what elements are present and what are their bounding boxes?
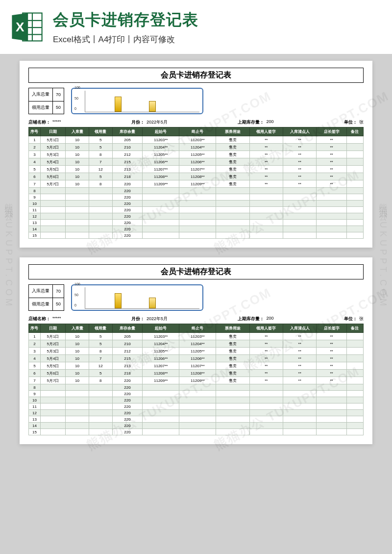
- cell: **: [249, 151, 283, 158]
- cell: [283, 188, 317, 194]
- cell: [346, 226, 363, 232]
- chart-ytick: 50: [74, 293, 78, 296]
- cell: [317, 391, 346, 397]
- cell: 10: [66, 355, 89, 362]
- cell: 220: [112, 397, 142, 403]
- cell: 5: [89, 333, 112, 340]
- cell: [346, 429, 363, 435]
- cell: 11204**: [179, 340, 216, 348]
- cell: [216, 188, 249, 194]
- cell: [89, 220, 112, 226]
- cell: [89, 410, 112, 416]
- cell: [89, 226, 112, 232]
- cell: 1: [29, 333, 41, 340]
- cell: 220: [112, 194, 142, 201]
- cell: [216, 391, 249, 397]
- summary-chart: 050100: [71, 88, 203, 114]
- cell: [346, 158, 363, 166]
- cell: [89, 391, 112, 397]
- chart-ytick: 50: [74, 96, 78, 100]
- sheet-title: 会员卡进销存登记表: [28, 68, 364, 83]
- cell: [346, 377, 363, 384]
- col-header: 备注: [346, 127, 363, 136]
- cell: [179, 188, 216, 194]
- cell: **: [317, 158, 346, 166]
- chart-ytick: 0: [74, 107, 76, 110]
- cell: 210: [112, 340, 142, 348]
- cell: [143, 194, 179, 201]
- prev-value: 200: [266, 316, 273, 322]
- cell: [143, 403, 179, 410]
- cell: 11203**: [143, 333, 179, 340]
- cell: [40, 423, 65, 429]
- sheet-preview-1: 会员卡进销存登记表入库总量70领用总量50050100店铺名称：*****月份：…: [20, 61, 372, 248]
- cell: 12: [29, 213, 41, 220]
- cell: 11206**: [179, 355, 216, 362]
- cell: [346, 201, 363, 207]
- cell: [346, 194, 363, 201]
- cell: [216, 207, 249, 213]
- cell: **: [249, 158, 283, 166]
- cell: [179, 429, 216, 435]
- cell: 5月5日: [40, 362, 65, 370]
- cell: [143, 220, 179, 226]
- cell: [66, 423, 89, 429]
- cell: 11209**: [179, 180, 216, 188]
- table-row: 25月2日10521011204**11204**售卖******: [29, 144, 364, 151]
- cell: 售卖: [216, 173, 249, 180]
- cell: [283, 403, 317, 410]
- cell: 售卖: [216, 362, 249, 370]
- col-header: 日期: [40, 324, 65, 333]
- cell: [179, 416, 216, 423]
- cell: 9: [29, 194, 41, 201]
- table-row: 12220: [29, 410, 364, 416]
- cell: 220: [112, 180, 142, 188]
- cell: 220: [112, 188, 142, 194]
- out-total-value: 50: [53, 298, 64, 311]
- cell: 11208**: [179, 370, 216, 377]
- cell: 售卖: [216, 166, 249, 173]
- cell: 205: [112, 136, 142, 144]
- col-header: 起始号: [143, 324, 179, 333]
- cell: **: [317, 340, 346, 348]
- cell: [89, 207, 112, 213]
- cell: **: [249, 340, 283, 348]
- cell: 220: [112, 423, 142, 429]
- cell: [346, 391, 363, 397]
- cell: [89, 213, 112, 220]
- cell: [283, 410, 317, 416]
- cell: 11209**: [179, 377, 216, 384]
- cell: [346, 232, 363, 239]
- col-header: 领用人签字: [249, 324, 283, 333]
- cell: 5月3日: [40, 348, 65, 355]
- cell: 11204**: [143, 340, 179, 348]
- cell: [40, 194, 65, 201]
- cell: **: [283, 362, 317, 370]
- cell: [317, 410, 346, 416]
- cell: [66, 213, 89, 220]
- cell: [143, 416, 179, 423]
- table-row: 15220: [29, 429, 364, 435]
- cell: [89, 188, 112, 194]
- table-row: 15月1日10520511203**11203**售卖******: [29, 136, 364, 144]
- cell: [179, 226, 216, 232]
- cell: 11208**: [179, 173, 216, 180]
- col-header: 店长签字: [317, 324, 346, 333]
- cell: [216, 410, 249, 416]
- cell: 11205**: [143, 348, 179, 355]
- cell: [179, 391, 216, 397]
- cell: 210: [112, 144, 142, 151]
- table-row: 15月1日10520511203**11203**售卖******: [29, 333, 364, 340]
- cell: [283, 384, 317, 391]
- cell: [179, 213, 216, 220]
- cell: [317, 226, 346, 232]
- cell: **: [249, 166, 283, 173]
- cell: **: [317, 348, 346, 355]
- cell: **: [249, 362, 283, 370]
- cell: [40, 391, 65, 397]
- cell: **: [317, 377, 346, 384]
- cell: 5月6日: [40, 173, 65, 180]
- cell: 10: [66, 166, 89, 173]
- cell: [40, 429, 65, 435]
- table-row: 13220: [29, 220, 364, 226]
